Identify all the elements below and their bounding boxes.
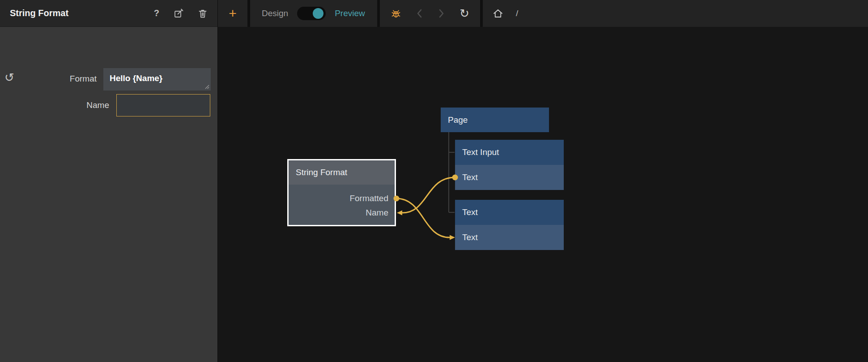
panel-title: String Format <box>10 8 68 18</box>
debug-button[interactable] <box>391 8 401 19</box>
edit-icon <box>174 9 183 18</box>
node-text-title: Text <box>455 200 564 225</box>
help-button[interactable]: ? <box>154 8 159 18</box>
wire-textinput-to-name <box>402 177 455 213</box>
url-bar-section: / <box>483 0 868 27</box>
property-panel-body: ↺ Format Hello {Name} Name <box>0 27 217 362</box>
name-field-label: Name <box>0 100 109 110</box>
debug-nav-section: ↻ <box>380 0 480 27</box>
delete-button[interactable] <box>198 9 208 18</box>
node-text-input-port-text[interactable]: Text <box>455 165 564 190</box>
chevron-left-icon <box>417 9 423 18</box>
node-string-format-selected[interactable]: String Format Formatted Name <box>287 159 396 226</box>
home-button[interactable] <box>493 9 503 18</box>
node-page-title: Page <box>441 108 549 132</box>
trash-icon <box>198 9 208 18</box>
port-name-input[interactable]: Name <box>289 206 395 220</box>
edit-button[interactable] <box>174 9 183 18</box>
preview-mode-label[interactable]: Preview <box>335 9 365 18</box>
wire-arrowhead-text <box>450 235 455 240</box>
refresh-button[interactable]: ↻ <box>460 8 469 19</box>
add-node-section: + <box>218 0 247 27</box>
mode-toggle-section: Design Preview <box>250 0 377 27</box>
property-panel-header: String Format ? <box>0 0 217 27</box>
back-button[interactable] <box>417 9 423 18</box>
format-field-label: Format <box>0 74 97 84</box>
design-preview-toggle[interactable] <box>297 7 326 20</box>
node-text-input[interactable]: Text Input Text <box>455 140 564 190</box>
node-string-format-ports: Formatted Name <box>289 185 395 220</box>
node-text-input-title: Text Input <box>455 140 564 165</box>
top-toolbar: + Design Preview <box>218 0 868 27</box>
panel-actions: ? <box>154 8 208 18</box>
home-icon <box>493 9 503 18</box>
wire-formatted-to-text <box>396 198 450 237</box>
chevron-right-icon <box>438 9 444 18</box>
port-formatted-output[interactable]: Formatted <box>289 191 395 206</box>
node-string-format-title: String Format <box>289 160 395 185</box>
design-mode-label[interactable]: Design <box>262 9 288 18</box>
bug-icon <box>391 8 401 19</box>
app-window: String Format ? ↺ Format Hello <box>0 0 868 362</box>
add-node-button[interactable]: + <box>229 7 237 20</box>
name-input[interactable] <box>116 94 210 116</box>
property-panel: String Format ? ↺ Format Hello <box>0 0 218 362</box>
node-text-port-text[interactable]: Text <box>455 225 564 250</box>
node-text[interactable]: Text Text <box>455 200 564 250</box>
node-graph-canvas[interactable]: Page Text Input Text Text Text String Fo… <box>218 27 868 362</box>
breadcrumb-path[interactable]: / <box>516 9 518 18</box>
wire-arrowhead-name <box>397 211 402 215</box>
forward-button[interactable] <box>438 9 444 18</box>
toggle-knob <box>313 8 323 19</box>
tree-line <box>449 132 455 212</box>
node-page[interactable]: Page <box>441 108 549 132</box>
format-input[interactable]: Hello {Name} <box>103 68 211 90</box>
